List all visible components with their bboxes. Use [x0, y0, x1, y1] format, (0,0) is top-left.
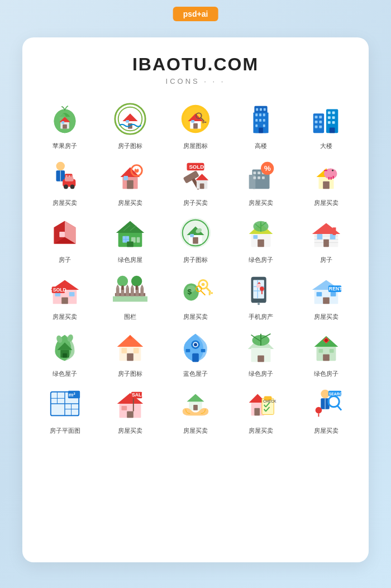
svg-rect-36 — [259, 127, 263, 133]
svg-text:CHECK: CHECK — [263, 399, 276, 403]
svg-text:RENT: RENT — [329, 285, 342, 291]
svg-rect-25 — [256, 108, 258, 111]
main-card: IBAOTU.COM ICONS · · · — [22, 37, 369, 562]
svg-rect-91 — [333, 176, 334, 179]
svg-rect-40 — [319, 116, 322, 118]
svg-point-212 — [325, 338, 328, 342]
svg-rect-140 — [116, 288, 120, 297]
svg-rect-234 — [254, 408, 260, 415]
svg-rect-136 — [69, 291, 75, 296]
svg-rect-80 — [253, 176, 256, 179]
svg-rect-205 — [258, 355, 264, 362]
list-item: 绿色房子 — [230, 213, 292, 264]
svg-rect-48 — [332, 116, 335, 119]
list-item: 大楼 — [295, 99, 357, 150]
svg-text:%: % — [264, 164, 271, 173]
svg-marker-124 — [312, 223, 340, 233]
svg-point-198 — [194, 343, 197, 346]
list-item: 苹果房子 — [34, 99, 96, 150]
svg-rect-209 — [318, 348, 323, 352]
svg-rect-186 — [63, 353, 67, 357]
svg-rect-49 — [328, 121, 331, 123]
svg-rect-17 — [193, 123, 198, 128]
svg-rect-150 — [140, 288, 144, 297]
svg-rect-181 — [331, 291, 336, 296]
svg-rect-12 — [126, 119, 129, 122]
svg-rect-30 — [263, 113, 265, 116]
svg-point-176 — [260, 286, 264, 291]
svg-point-90 — [332, 169, 333, 171]
svg-rect-82 — [262, 176, 265, 179]
list-item: 绿色房子 — [230, 327, 292, 378]
list-item: CHECK 房屋买卖 — [230, 384, 292, 435]
list-item: 蓝色屋子 — [164, 327, 227, 378]
svg-rect-122 — [253, 235, 258, 238]
svg-point-161 — [202, 283, 205, 286]
list-item: % 房屋买卖 — [230, 156, 292, 207]
svg-rect-87 — [323, 181, 330, 189]
svg-rect-200 — [186, 348, 190, 352]
svg-rect-18 — [191, 119, 194, 122]
svg-point-67 — [136, 167, 138, 169]
svg-rect-33 — [263, 119, 265, 122]
list-item: SALE 房屋买卖 — [34, 156, 96, 207]
svg-rect-193 — [133, 347, 139, 353]
svg-rect-26 — [260, 108, 262, 111]
icons-grid: 苹果房子 房子图标 — [34, 99, 357, 435]
svg-rect-5 — [63, 124, 67, 128]
svg-rect-108 — [127, 241, 133, 247]
svg-rect-199 — [192, 353, 199, 362]
svg-point-59 — [64, 184, 68, 189]
list-item: 房屋买卖 — [295, 156, 357, 207]
list-item: 手机房产 — [230, 270, 292, 321]
svg-rect-180 — [317, 291, 322, 296]
svg-rect-44 — [319, 125, 322, 128]
svg-rect-231 — [193, 404, 198, 410]
svg-rect-63 — [127, 180, 133, 189]
svg-rect-121 — [258, 239, 264, 247]
svg-text:SOLD: SOLD — [189, 164, 204, 170]
svg-text:SALE: SALE — [132, 392, 145, 398]
svg-rect-46 — [332, 111, 335, 114]
svg-rect-210 — [330, 348, 334, 352]
svg-rect-92 — [331, 176, 332, 179]
svg-rect-153 — [122, 285, 124, 290]
svg-rect-78 — [258, 171, 260, 174]
svg-marker-230 — [187, 394, 204, 401]
svg-rect-156 — [113, 296, 147, 302]
list-item: 绿色房屋 — [99, 213, 161, 264]
svg-marker-10 — [122, 113, 137, 121]
list-item: 房屋买卖 — [99, 156, 161, 207]
svg-point-169 — [258, 303, 260, 305]
svg-rect-175 — [256, 284, 261, 288]
svg-marker-102 — [116, 221, 144, 232]
svg-line-166 — [201, 290, 206, 295]
svg-rect-208 — [323, 354, 330, 361]
svg-marker-151 — [140, 284, 144, 288]
list-item: SALE 房屋买卖 — [99, 384, 161, 435]
badge: psd+ai — [173, 7, 218, 21]
svg-text:SOLD: SOLD — [53, 286, 66, 292]
svg-point-152 — [117, 275, 128, 286]
svg-rect-32 — [259, 119, 261, 122]
list-item: 围栏 — [99, 270, 161, 321]
svg-point-247 — [316, 407, 322, 413]
svg-line-162 — [206, 288, 211, 292]
svg-rect-50 — [332, 121, 335, 123]
svg-rect-29 — [259, 113, 261, 116]
list-item: 房屋图标 — [164, 99, 227, 150]
list-item: SOLD 房子买卖 — [164, 156, 227, 207]
svg-rect-107 — [137, 237, 140, 242]
list-item: 房子图标 — [99, 99, 161, 150]
svg-rect-41 — [315, 120, 318, 123]
svg-point-154 — [131, 275, 142, 286]
svg-rect-225 — [122, 405, 127, 410]
svg-rect-51 — [330, 127, 335, 133]
svg-rect-74 — [200, 183, 204, 189]
svg-rect-128 — [317, 233, 323, 239]
svg-rect-58 — [65, 176, 74, 181]
svg-rect-42 — [319, 120, 322, 123]
list-item: 绿色房子 — [295, 327, 357, 378]
list-item: 房子图标 — [99, 327, 161, 378]
svg-rect-144 — [126, 288, 129, 297]
